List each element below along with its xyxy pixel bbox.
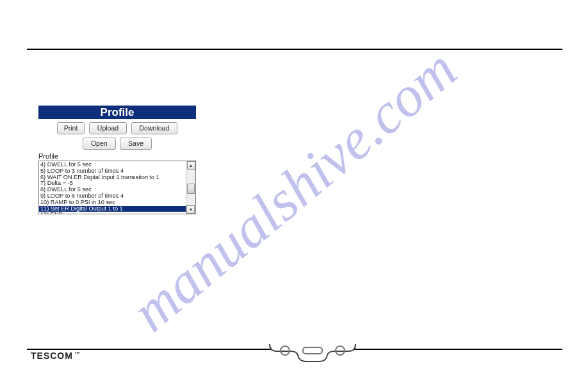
list-items: 4) DWELL for 5 sec 5) LOOP to 3 number o… [39, 161, 187, 214]
trademark-icon: ™ [73, 351, 81, 357]
scroll-up-icon[interactable]: ▴ [187, 161, 195, 170]
scrollbar[interactable]: ▴ ▾ [186, 161, 195, 214]
button-row-1: Print Upload Download [38, 122, 196, 134]
page-rule-top [27, 49, 562, 50]
scroll-track[interactable] [186, 170, 195, 205]
footer-logo: TESCOM™ [31, 351, 81, 361]
upload-button[interactable]: Upload [89, 122, 127, 134]
panel-title: Profile [38, 106, 196, 119]
list-item[interactable]: 7) Delta = -5 [40, 180, 186, 187]
download-button[interactable]: Download [131, 122, 178, 134]
footer-tab-decoration [268, 342, 357, 365]
logo-text: TESCOM [31, 351, 73, 361]
section-label-profile: Profile [38, 152, 196, 160]
list-item[interactable]: 5) LOOP to 3 number of times 4 [40, 168, 186, 175]
list-item[interactable]: 8) DWELL for 5 sec [40, 187, 186, 193]
scroll-thumb[interactable] [187, 184, 195, 194]
profile-steps-listbox[interactable]: 4) DWELL for 5 sec 5) LOOP to 3 number o… [38, 161, 196, 214]
scroll-down-icon[interactable]: ▾ [186, 205, 195, 214]
list-item[interactable]: 12) END [40, 212, 186, 214]
list-item[interactable]: 10) RAMP to 0 PSI in 10 sec [40, 200, 186, 206]
print-button[interactable]: Print [57, 122, 85, 134]
list-item[interactable]: 6) WAIT ON ER Digital Input 1 transistio… [40, 175, 186, 181]
save-button[interactable]: Save [120, 138, 152, 150]
profile-panel: Profile Print Upload Download Open Save … [38, 106, 196, 214]
button-row-2: Open Save [38, 137, 196, 150]
open-button[interactable]: Open [83, 138, 116, 150]
list-item[interactable]: 9) LOOP to 6 number of times 4 [40, 193, 186, 200]
list-item[interactable]: 4) DWELL for 5 sec [40, 162, 186, 168]
list-item-selected[interactable]: 11) Set ER Digital Output 1 to 1 [39, 206, 187, 212]
